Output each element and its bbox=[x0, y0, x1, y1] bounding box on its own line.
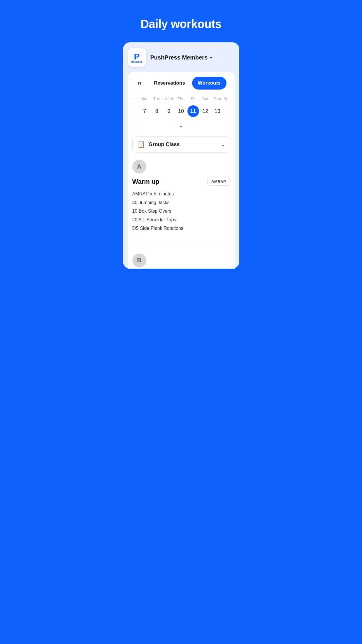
group-class-dropdown[interactable]: 📋 Group Class ⌄ bbox=[132, 136, 230, 153]
date-partial-left[interactable] bbox=[132, 105, 138, 117]
section-divider bbox=[132, 245, 230, 245]
date-9[interactable]: 9 bbox=[163, 105, 175, 117]
detail-line-1: AMRAP x 5 minutes bbox=[132, 190, 230, 198]
tabs-bar: n Reservations Workouts Classes Ap bbox=[132, 77, 230, 95]
weekday-sun: Sun bbox=[212, 97, 223, 101]
logo-p-letter: P bbox=[134, 52, 140, 61]
dates-row: 7 8 9 10 11 12 13 bbox=[132, 104, 230, 120]
weekday-wed: Wed bbox=[163, 97, 175, 101]
bottom-avatar-row: B bbox=[132, 248, 230, 269]
weekday-partial-right: M bbox=[224, 97, 230, 101]
date-10[interactable]: 10 bbox=[175, 105, 187, 117]
tab-workouts[interactable]: Workouts bbox=[192, 77, 226, 90]
gym-logo: P MEMBERS bbox=[128, 48, 146, 67]
tab-classes[interactable]: Classes bbox=[228, 77, 230, 90]
clipboard-icon: 📋 bbox=[137, 141, 145, 148]
gym-chevron-icon: ▾ bbox=[210, 55, 212, 60]
logo-members-text: MEMBERS bbox=[131, 61, 143, 63]
workout-details: AMRAP x 5 minutes 30 Jumping Jacks 10 Bo… bbox=[132, 190, 230, 237]
card-inner: n Reservations Workouts Classes Ap n Mon… bbox=[128, 72, 235, 269]
workout-header: Warm up AMRAP bbox=[132, 178, 230, 186]
page-title: Daily workouts bbox=[135, 0, 227, 42]
date-13[interactable]: 13 bbox=[212, 105, 223, 117]
date-12[interactable]: 12 bbox=[199, 105, 211, 117]
weekday-tue: Tue bbox=[151, 97, 163, 101]
weekday-partial-left: n bbox=[132, 97, 138, 101]
section-avatar-a: A bbox=[132, 160, 146, 174]
date-8[interactable]: 8 bbox=[151, 105, 163, 117]
weekday-mon: Mon bbox=[139, 97, 150, 101]
date-11-today[interactable]: 11 bbox=[187, 105, 199, 117]
date-partial-right[interactable] bbox=[224, 105, 230, 117]
weekday-fri: Fri bbox=[187, 97, 199, 101]
detail-line-3: 10 Box Step Overs bbox=[132, 207, 230, 215]
group-class-left: 📋 Group Class bbox=[137, 141, 180, 148]
gym-name: PushPress Members bbox=[150, 54, 208, 61]
calendar-section: n Mon Tue Wed Thu Fri Sat Sun M 7 8 9 10 bbox=[132, 95, 230, 136]
gym-header: P MEMBERS PushPress Members ▾ bbox=[128, 48, 235, 72]
weekdays-row: n Mon Tue Wed Thu Fri Sat Sun M bbox=[132, 95, 230, 104]
calendar-chevron-icon: ⌄ bbox=[178, 122, 184, 129]
card-outer: P MEMBERS PushPress Members ▾ n Reservat… bbox=[123, 42, 239, 269]
workout-badge-amrap: AMRAP bbox=[208, 178, 230, 186]
tab-reservations[interactable]: Reservations bbox=[148, 77, 191, 90]
detail-line-4: 20 Alt. Shoulder Taps bbox=[132, 216, 230, 224]
page-wrapper: Daily workouts P MEMBERS PushPress Membe… bbox=[120, 0, 242, 269]
weekday-thu: Thu bbox=[175, 97, 187, 101]
workout-title: Warm up bbox=[132, 178, 159, 186]
section-avatar-b: B bbox=[132, 253, 146, 267]
detail-line-2: 30 Jumping Jacks bbox=[132, 199, 230, 206]
calendar-expand-button[interactable]: ⌄ bbox=[132, 120, 230, 134]
workout-section-a: A Warm up AMRAP AMRAP x 5 minutes 30 Jum… bbox=[132, 160, 230, 243]
gym-name-wrapper[interactable]: PushPress Members ▾ bbox=[150, 54, 212, 61]
group-class-chevron-icon: ⌄ bbox=[221, 141, 225, 148]
tab-partial-left[interactable]: n bbox=[132, 77, 147, 90]
detail-line-5: 5/5 Side Plank Rotations bbox=[132, 225, 230, 232]
group-class-label: Group Class bbox=[149, 141, 180, 148]
date-7[interactable]: 7 bbox=[139, 105, 150, 117]
weekday-sat: Sat bbox=[199, 97, 211, 101]
